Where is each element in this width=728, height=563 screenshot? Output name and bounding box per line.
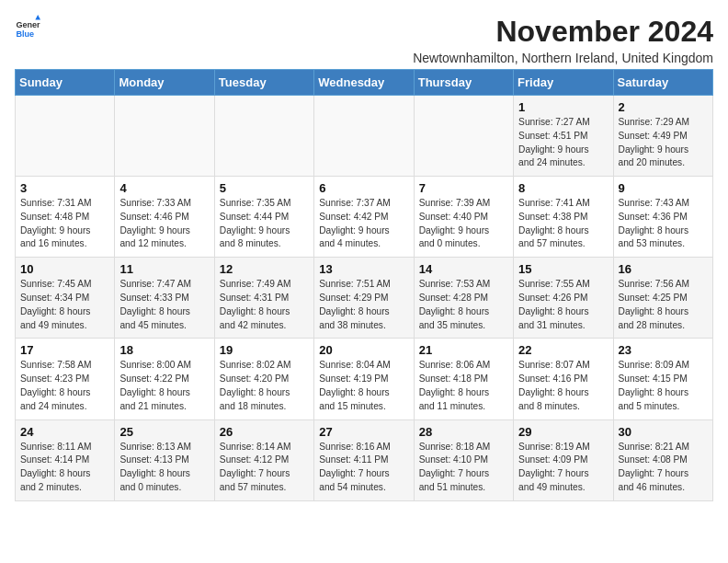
- day-number: 3: [20, 181, 109, 195]
- calendar-week-row: 17Sunrise: 7:58 AM Sunset: 4:23 PM Dayli…: [16, 339, 713, 419]
- cell-content: Sunrise: 7:45 AM Sunset: 4:34 PM Dayligh…: [20, 278, 109, 332]
- calendar-cell: 12Sunrise: 7:49 AM Sunset: 4:31 PM Dayli…: [214, 258, 313, 339]
- day-number: 30: [619, 425, 708, 439]
- cell-content: Sunrise: 7:49 AM Sunset: 4:31 PM Dayligh…: [220, 278, 309, 332]
- day-number: 6: [319, 181, 408, 195]
- day-number: 27: [319, 425, 408, 439]
- calendar-week-row: 10Sunrise: 7:45 AM Sunset: 4:34 PM Dayli…: [16, 258, 713, 339]
- calendar-cell: 3Sunrise: 7:31 AM Sunset: 4:48 PM Daylig…: [16, 177, 115, 258]
- calendar-cell: 30Sunrise: 8:21 AM Sunset: 4:08 PM Dayli…: [613, 419, 712, 500]
- calendar-cell: 2Sunrise: 7:29 AM Sunset: 4:49 PM Daylig…: [613, 96, 712, 177]
- calendar-cell: 29Sunrise: 8:19 AM Sunset: 4:09 PM Dayli…: [514, 419, 613, 500]
- day-number: 12: [220, 262, 309, 276]
- cell-content: Sunrise: 7:58 AM Sunset: 4:23 PM Dayligh…: [20, 359, 109, 413]
- day-number: 29: [518, 425, 608, 439]
- cell-content: Sunrise: 8:00 AM Sunset: 4:22 PM Dayligh…: [119, 359, 209, 413]
- day-number: 7: [419, 181, 508, 195]
- day-number: 22: [518, 343, 608, 357]
- calendar-cell: 20Sunrise: 8:04 AM Sunset: 4:19 PM Dayli…: [314, 339, 414, 419]
- calendar-cell: 9Sunrise: 7:43 AM Sunset: 4:36 PM Daylig…: [613, 177, 712, 258]
- cell-content: Sunrise: 8:06 AM Sunset: 4:18 PM Dayligh…: [419, 359, 508, 413]
- day-number: 17: [20, 343, 109, 357]
- cell-content: Sunrise: 7:33 AM Sunset: 4:46 PM Dayligh…: [119, 197, 209, 251]
- cell-content: Sunrise: 7:41 AM Sunset: 4:38 PM Dayligh…: [518, 197, 608, 251]
- cell-content: Sunrise: 8:07 AM Sunset: 4:16 PM Dayligh…: [518, 359, 608, 413]
- cell-content: Sunrise: 8:09 AM Sunset: 4:15 PM Dayligh…: [619, 359, 708, 413]
- cell-content: Sunrise: 8:21 AM Sunset: 4:08 PM Dayligh…: [619, 441, 708, 495]
- calendar-cell: 8Sunrise: 7:41 AM Sunset: 4:38 PM Daylig…: [514, 177, 613, 258]
- day-number: 24: [20, 425, 109, 439]
- svg-marker-2: [35, 15, 40, 20]
- cell-content: Sunrise: 8:11 AM Sunset: 4:14 PM Dayligh…: [20, 441, 109, 495]
- cell-content: Sunrise: 7:47 AM Sunset: 4:33 PM Dayligh…: [119, 278, 209, 332]
- calendar-cell: 7Sunrise: 7:39 AM Sunset: 4:40 PM Daylig…: [414, 177, 513, 258]
- column-header-friday: Friday: [514, 70, 613, 96]
- day-number: 16: [619, 262, 708, 276]
- day-number: 8: [518, 181, 608, 195]
- day-number: 15: [518, 262, 608, 276]
- calendar-cell: [115, 96, 214, 177]
- day-number: 10: [20, 262, 109, 276]
- column-header-tuesday: Tuesday: [214, 70, 313, 96]
- day-number: 9: [619, 181, 708, 195]
- calendar-cell: 11Sunrise: 7:47 AM Sunset: 4:33 PM Dayli…: [115, 258, 214, 339]
- day-number: 11: [119, 262, 209, 276]
- calendar-cell: 4Sunrise: 7:33 AM Sunset: 4:46 PM Daylig…: [115, 177, 214, 258]
- cell-content: Sunrise: 7:27 AM Sunset: 4:51 PM Dayligh…: [518, 116, 608, 170]
- day-number: 23: [619, 343, 708, 357]
- day-number: 25: [119, 425, 209, 439]
- calendar-cell: 27Sunrise: 8:16 AM Sunset: 4:11 PM Dayli…: [314, 419, 414, 500]
- calendar-cell: [414, 96, 513, 177]
- day-number: 20: [319, 343, 408, 357]
- calendar-cell: 16Sunrise: 7:56 AM Sunset: 4:25 PM Dayli…: [613, 258, 712, 339]
- day-number: 19: [220, 343, 309, 357]
- column-header-saturday: Saturday: [613, 70, 712, 96]
- calendar-cell: 17Sunrise: 7:58 AM Sunset: 4:23 PM Dayli…: [16, 339, 115, 419]
- calendar-cell: 24Sunrise: 8:11 AM Sunset: 4:14 PM Dayli…: [16, 419, 115, 500]
- page-subtitle: Newtownhamilton, Northern Ireland, Unite…: [413, 51, 713, 65]
- calendar-cell: [16, 96, 115, 177]
- calendar-cell: [314, 96, 414, 177]
- day-number: 2: [619, 100, 708, 114]
- day-number: 14: [419, 262, 508, 276]
- calendar-cell: 13Sunrise: 7:51 AM Sunset: 4:29 PM Dayli…: [314, 258, 414, 339]
- logo: General Blue: [15, 15, 40, 40]
- column-header-sunday: Sunday: [16, 70, 115, 96]
- cell-content: Sunrise: 8:16 AM Sunset: 4:11 PM Dayligh…: [319, 441, 408, 495]
- cell-content: Sunrise: 7:31 AM Sunset: 4:48 PM Dayligh…: [20, 197, 109, 251]
- calendar-cell: 10Sunrise: 7:45 AM Sunset: 4:34 PM Dayli…: [16, 258, 115, 339]
- column-header-thursday: Thursday: [414, 70, 513, 96]
- day-number: 28: [419, 425, 508, 439]
- calendar-header-row: SundayMondayTuesdayWednesdayThursdayFrid…: [16, 70, 713, 96]
- calendar-cell: 22Sunrise: 8:07 AM Sunset: 4:16 PM Dayli…: [514, 339, 613, 419]
- svg-text:Blue: Blue: [16, 29, 34, 39]
- column-header-wednesday: Wednesday: [314, 70, 414, 96]
- calendar-cell: 14Sunrise: 7:53 AM Sunset: 4:28 PM Dayli…: [414, 258, 513, 339]
- calendar-cell: 19Sunrise: 8:02 AM Sunset: 4:20 PM Dayli…: [214, 339, 313, 419]
- calendar-week-row: 3Sunrise: 7:31 AM Sunset: 4:48 PM Daylig…: [16, 177, 713, 258]
- calendar-cell: 28Sunrise: 8:18 AM Sunset: 4:10 PM Dayli…: [414, 419, 513, 500]
- calendar-cell: 23Sunrise: 8:09 AM Sunset: 4:15 PM Dayli…: [613, 339, 712, 419]
- calendar-cell: 18Sunrise: 8:00 AM Sunset: 4:22 PM Dayli…: [115, 339, 214, 419]
- cell-content: Sunrise: 7:55 AM Sunset: 4:26 PM Dayligh…: [518, 278, 608, 332]
- svg-text:General: General: [16, 20, 40, 29]
- cell-content: Sunrise: 8:13 AM Sunset: 4:13 PM Dayligh…: [119, 441, 209, 495]
- cell-content: Sunrise: 7:35 AM Sunset: 4:44 PM Dayligh…: [220, 197, 309, 251]
- day-number: 18: [119, 343, 209, 357]
- cell-content: Sunrise: 7:29 AM Sunset: 4:49 PM Dayligh…: [619, 116, 708, 170]
- cell-content: Sunrise: 8:14 AM Sunset: 4:12 PM Dayligh…: [220, 441, 309, 495]
- calendar-cell: 1Sunrise: 7:27 AM Sunset: 4:51 PM Daylig…: [514, 96, 613, 177]
- cell-content: Sunrise: 8:19 AM Sunset: 4:09 PM Dayligh…: [518, 441, 608, 495]
- cell-content: Sunrise: 7:51 AM Sunset: 4:29 PM Dayligh…: [319, 278, 408, 332]
- day-number: 21: [419, 343, 508, 357]
- calendar-cell: 25Sunrise: 8:13 AM Sunset: 4:13 PM Dayli…: [115, 419, 214, 500]
- title-area: November 2024 Newtownhamilton, Northern …: [413, 15, 713, 65]
- calendar-cell: 21Sunrise: 8:06 AM Sunset: 4:18 PM Dayli…: [414, 339, 513, 419]
- page-title: November 2024: [413, 15, 713, 49]
- day-number: 26: [220, 425, 309, 439]
- cell-content: Sunrise: 7:43 AM Sunset: 4:36 PM Dayligh…: [619, 197, 708, 251]
- cell-content: Sunrise: 7:53 AM Sunset: 4:28 PM Dayligh…: [419, 278, 508, 332]
- cell-content: Sunrise: 7:39 AM Sunset: 4:40 PM Dayligh…: [419, 197, 508, 251]
- column-header-monday: Monday: [115, 70, 214, 96]
- cell-content: Sunrise: 8:04 AM Sunset: 4:19 PM Dayligh…: [319, 359, 408, 413]
